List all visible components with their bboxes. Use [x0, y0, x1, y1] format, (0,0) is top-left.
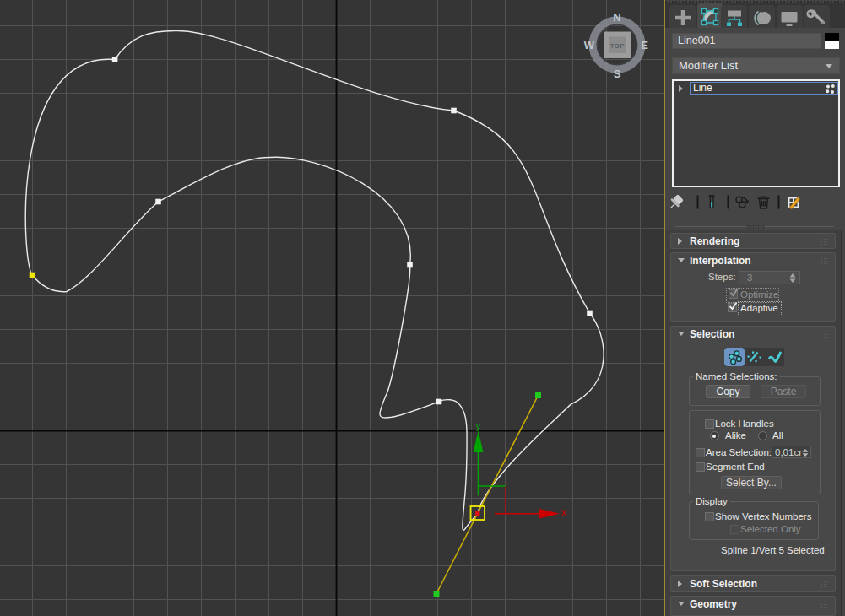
svg-text:E: E: [641, 39, 648, 51]
svg-text:X: X: [561, 508, 567, 518]
svg-text:N: N: [613, 11, 620, 24]
svg-text:W: W: [584, 39, 595, 51]
svg-text:y: y: [476, 422, 480, 431]
svg-text:S: S: [614, 68, 621, 80]
svg-text:TOP: TOP: [610, 42, 626, 50]
